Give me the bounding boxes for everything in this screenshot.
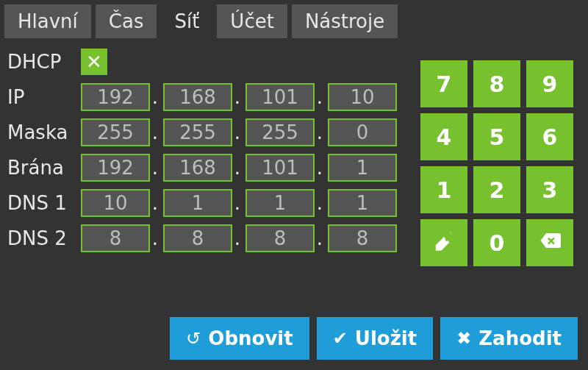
dot: .	[151, 121, 159, 143]
key-backspace[interactable]	[526, 219, 573, 266]
dns1-group: 10 . 1 . 1 . 1	[76, 189, 397, 217]
key-6[interactable]: 6	[526, 113, 573, 160]
key-2[interactable]: 2	[473, 166, 520, 213]
key-7[interactable]: 7	[420, 60, 467, 107]
gw-octet-1[interactable]: 192	[81, 154, 150, 182]
key-1[interactable]: 1	[420, 166, 467, 213]
label-dns2: DNS 2	[6, 227, 76, 249]
ip-octet-2[interactable]: 168	[163, 83, 232, 111]
tab-main[interactable]: Hlavní	[4, 4, 91, 38]
label-ip: IP	[6, 86, 76, 108]
row-gateway: Brána 192 . 168 . 101 . 1	[6, 150, 417, 185]
key-0[interactable]: 0	[473, 219, 520, 266]
key-4[interactable]: 4	[420, 113, 467, 160]
dot: .	[316, 86, 323, 108]
gw-octet-3[interactable]: 101	[245, 154, 315, 182]
mask-octet-1[interactable]: 255	[81, 118, 150, 146]
label-dhcp: DHCP	[6, 51, 76, 73]
close-icon: ✕	[86, 51, 102, 73]
discard-button[interactable]: ✖ Zahodit	[440, 317, 578, 360]
save-label: Uložit	[355, 327, 417, 349]
discard-label: Zahodit	[478, 327, 562, 349]
dns1-octet-3[interactable]: 1	[245, 189, 315, 217]
dot: .	[234, 227, 241, 249]
dns1-octet-1[interactable]: 10	[81, 189, 150, 217]
label-mask: Maska	[6, 121, 76, 143]
row-dns2: DNS 2 8 . 8 . 8 . 8	[6, 221, 417, 256]
dot: .	[316, 157, 323, 179]
key-9[interactable]: 9	[526, 60, 573, 107]
dot: .	[234, 192, 241, 214]
dot: .	[316, 192, 323, 214]
dot: .	[151, 192, 159, 214]
numeric-keypad: 7 8 9 4 5 6 1 2 3 0	[420, 60, 578, 266]
save-button[interactable]: ✔ Uložit	[317, 317, 433, 360]
dns1-octet-2[interactable]: 1	[163, 189, 232, 217]
refresh-button[interactable]: ↺ Obnovit	[170, 317, 309, 360]
key-3[interactable]: 3	[526, 166, 573, 213]
dot: .	[234, 121, 241, 143]
broom-icon	[433, 230, 455, 257]
dot: .	[151, 157, 159, 179]
mask-octet-2[interactable]: 255	[163, 118, 232, 146]
dot: .	[316, 121, 323, 143]
row-dns1: DNS 1 10 . 1 . 1 . 1	[6, 185, 417, 221]
network-form: DHCP ✕ IP 192 . 168 . 101 . 10 Maska 255…	[6, 44, 417, 256]
label-gateway: Brána	[6, 157, 76, 179]
key-5[interactable]: 5	[473, 113, 520, 160]
dns2-octet-4[interactable]: 8	[328, 224, 397, 252]
dot: .	[234, 86, 241, 108]
mask-group: 255 . 255 . 255 . 0	[76, 118, 397, 146]
dns1-octet-4[interactable]: 1	[328, 189, 397, 217]
gateway-group: 192 . 168 . 101 . 1	[76, 154, 397, 182]
ip-octet-3[interactable]: 101	[245, 83, 315, 111]
ip-group: 192 . 168 . 101 . 10	[76, 83, 397, 111]
tab-bar: Hlavní Čas Síť Účet Nástroje	[0, 0, 588, 38]
refresh-label: Obnovit	[208, 327, 293, 349]
row-ip: IP 192 . 168 . 101 . 10	[6, 79, 417, 115]
backspace-icon	[539, 230, 561, 257]
action-bar: ↺ Obnovit ✔ Uložit ✖ Zahodit	[0, 317, 588, 360]
key-8[interactable]: 8	[473, 60, 520, 107]
dot: .	[151, 227, 159, 249]
dns2-octet-2[interactable]: 8	[163, 224, 232, 252]
key-clear[interactable]	[420, 219, 467, 266]
dot: .	[234, 157, 241, 179]
row-mask: Maska 255 . 255 . 255 . 0	[6, 115, 417, 150]
dhcp-checkbox[interactable]: ✕	[81, 49, 107, 75]
dns2-group: 8 . 8 . 8 . 8	[76, 224, 397, 252]
close-icon: ✖	[456, 328, 471, 349]
check-icon: ✔	[333, 328, 348, 349]
dot: .	[316, 227, 323, 249]
dns2-octet-3[interactable]: 8	[245, 224, 315, 252]
tab-network[interactable]: Síť	[161, 4, 212, 38]
dns2-octet-1[interactable]: 8	[81, 224, 150, 252]
gw-octet-4[interactable]: 1	[328, 154, 397, 182]
dot: .	[151, 86, 159, 108]
tab-time[interactable]: Čas	[96, 4, 157, 38]
row-dhcp: DHCP ✕	[6, 44, 417, 79]
ip-octet-1[interactable]: 192	[81, 83, 150, 111]
gw-octet-2[interactable]: 168	[163, 154, 232, 182]
ip-octet-4[interactable]: 10	[328, 83, 397, 111]
undo-icon: ↺	[186, 328, 201, 349]
tab-account[interactable]: Účet	[217, 4, 287, 38]
label-dns1: DNS 1	[6, 192, 76, 214]
tab-tools[interactable]: Nástroje	[292, 4, 398, 38]
mask-octet-3[interactable]: 255	[245, 118, 315, 146]
mask-octet-4[interactable]: 0	[328, 118, 397, 146]
